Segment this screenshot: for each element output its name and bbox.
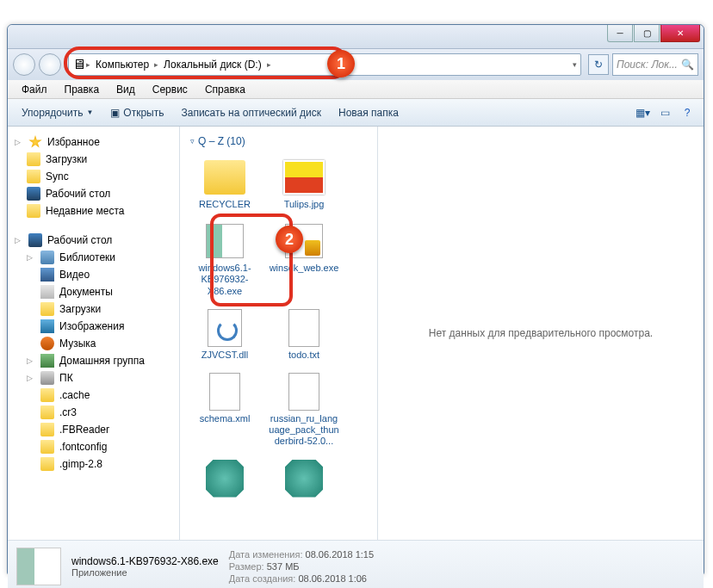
status-size-label: Размер: xyxy=(229,561,264,572)
file-thumb xyxy=(288,309,319,347)
sidebar-item-homegroup[interactable]: ▷Домашняя группа xyxy=(11,352,176,369)
search-input[interactable]: Поиск: Лок... 🔍 xyxy=(612,53,698,76)
sidebar-item-cache[interactable]: .cache xyxy=(11,387,176,404)
sidebar-item-fbreader[interactable]: .FBReader xyxy=(11,421,176,438)
close-button[interactable]: ✕ xyxy=(660,25,700,42)
search-icon: 🔍 xyxy=(681,59,694,71)
maximize-button[interactable]: ▢ xyxy=(634,25,660,42)
organize-button[interactable]: Упорядочить ▼ xyxy=(13,103,102,122)
chevron-down-icon: ▼ xyxy=(86,108,93,116)
sidebar-item-downloads[interactable]: Загрузки xyxy=(11,151,176,168)
status-filetype: Приложение xyxy=(71,567,219,578)
file-item[interactable]: RECYCLER xyxy=(187,154,263,214)
status-created-label: Дата создания: xyxy=(229,573,296,584)
file-label: russian_ru_language_pack_thunderbird-52.… xyxy=(269,413,339,448)
forward-button[interactable] xyxy=(39,53,61,76)
file-item[interactable]: todo.txt xyxy=(266,305,342,365)
view-options-button[interactable]: ▦▾ xyxy=(631,103,654,122)
star-icon xyxy=(28,135,42,149)
file-label: schema.xml xyxy=(200,413,251,424)
refresh-button[interactable]: ↻ xyxy=(588,54,609,75)
menu-tools[interactable]: Сервис xyxy=(144,81,196,98)
documents-icon xyxy=(40,285,54,299)
window-controls: ─ ▢ ✕ xyxy=(606,25,700,42)
status-modified-label: Дата изменения: xyxy=(229,549,303,560)
open-button[interactable]: ▣ Открыть xyxy=(102,103,172,122)
sidebar: ▷Избранное Загрузки Sync Рабочий стол Не… xyxy=(8,127,180,540)
sidebar-item-sync[interactable]: Sync xyxy=(11,168,176,185)
menubar: Файл Правка Вид Сервис Справка xyxy=(8,80,704,99)
file-thumb xyxy=(208,309,242,347)
file-item[interactable] xyxy=(187,455,263,504)
explorer-window: ─ ▢ ✕ 🖥 ▸ Компьютер ▸ Локальный диск (D:… xyxy=(7,24,704,575)
breadcrumb-drive[interactable]: Локальный диск (D:) xyxy=(158,57,267,72)
group-header[interactable]: ▿Q – Z (10) xyxy=(187,133,370,149)
menu-view[interactable]: Вид xyxy=(108,81,144,98)
sidebar-item-cr3[interactable]: .cr3 xyxy=(11,404,176,421)
preview-pane-button[interactable]: ▭ xyxy=(654,103,676,122)
address-bar[interactable]: 🖥 ▸ Компьютер ▸ Локальный диск (D:) ▸ ▾ xyxy=(68,53,581,76)
video-icon xyxy=(40,268,54,282)
chevron-right-icon: ▸ xyxy=(267,60,271,69)
images-icon xyxy=(40,319,54,333)
status-created: 08.06.2018 1:06 xyxy=(298,573,367,584)
folder-icon xyxy=(40,423,54,436)
sidebar-item-images[interactable]: Изображения xyxy=(11,318,176,335)
new-folder-button[interactable]: Новая папка xyxy=(330,103,407,122)
pc-icon xyxy=(40,371,54,385)
breadcrumb-computer[interactable]: Компьютер xyxy=(90,57,154,72)
status-size: 537 МБ xyxy=(267,561,300,572)
titlebar[interactable]: ─ ▢ ✕ xyxy=(8,25,704,49)
folder-icon xyxy=(40,388,54,402)
file-item[interactable] xyxy=(266,455,342,504)
sidebar-item-fontconfig[interactable]: .fontconfig xyxy=(11,438,176,455)
help-button[interactable]: ? xyxy=(676,103,698,122)
file-item[interactable]: russian_ru_language_pack_thunderbird-52.… xyxy=(266,368,342,452)
search-placeholder: Поиск: Лок... xyxy=(617,59,678,71)
file-item[interactable]: windows6.1-KB976932-X86.exe xyxy=(187,218,263,301)
file-item[interactable]: ZJVCST.dll xyxy=(187,305,263,365)
sidebar-desktop-head[interactable]: ▷Рабочий стол xyxy=(11,232,176,249)
sidebar-item-lib-downloads[interactable]: Загрузки xyxy=(11,300,176,318)
open-icon: ▣ xyxy=(110,107,120,119)
desktop-icon xyxy=(27,187,40,201)
computer-icon: 🖥 xyxy=(72,57,86,72)
toolbar: Упорядочить ▼ ▣ Открыть Записать на опти… xyxy=(8,99,704,127)
menu-edit[interactable]: Правка xyxy=(56,81,108,98)
file-thumb xyxy=(285,460,323,498)
sidebar-item-video[interactable]: Видео xyxy=(11,266,176,283)
menu-file[interactable]: Файл xyxy=(13,81,56,98)
file-item[interactable]: Tulips.jpg xyxy=(266,154,342,214)
desktop-icon xyxy=(28,233,42,247)
file-thumb xyxy=(288,373,319,411)
sidebar-pc-head[interactable]: ▷ПК xyxy=(11,369,176,387)
sidebar-item-documents[interactable]: Документы xyxy=(11,283,176,300)
minimize-button[interactable]: ─ xyxy=(607,25,633,42)
chevron-down-icon[interactable]: ▾ xyxy=(573,60,577,69)
menu-help[interactable]: Справка xyxy=(196,81,254,98)
file-item[interactable]: winsdk_web.exe xyxy=(266,218,342,301)
nav-row: 🖥 ▸ Компьютер ▸ Локальный диск (D:) ▸ ▾ … xyxy=(8,49,704,80)
sidebar-libraries-head[interactable]: ▷Библиотеки xyxy=(11,249,176,266)
folder-icon xyxy=(40,405,54,419)
burn-button[interactable]: Записать на оптический диск xyxy=(172,103,330,122)
back-button[interactable] xyxy=(13,53,35,76)
file-item[interactable]: schema.xml xyxy=(187,368,263,452)
sidebar-item-desktop[interactable]: Рабочий стол xyxy=(11,185,176,202)
libraries-icon xyxy=(40,251,54,264)
file-thumb xyxy=(283,160,325,195)
file-pane[interactable]: ▿Q – Z (10) RECYCLERTulips.jpgwindows6.1… xyxy=(180,127,378,540)
sidebar-item-music[interactable]: Музыка xyxy=(11,335,176,352)
status-bar: windows6.1-KB976932-X86.exe Приложение Д… xyxy=(8,540,704,588)
file-label: Tulips.jpg xyxy=(284,199,325,210)
sidebar-favorites-head[interactable]: ▷Избранное xyxy=(11,133,176,151)
file-thumb xyxy=(209,373,240,411)
sidebar-item-gimp[interactable]: .gimp-2.8 xyxy=(11,455,176,473)
recent-icon xyxy=(27,204,40,218)
sidebar-item-recent[interactable]: Недавние места xyxy=(11,202,176,220)
body: ▷Избранное Загрузки Sync Рабочий стол Не… xyxy=(8,127,704,540)
file-thumb xyxy=(285,224,323,258)
status-thumbnail xyxy=(16,548,61,585)
folder-icon xyxy=(40,302,54,316)
file-label: ZJVCST.dll xyxy=(202,350,248,361)
